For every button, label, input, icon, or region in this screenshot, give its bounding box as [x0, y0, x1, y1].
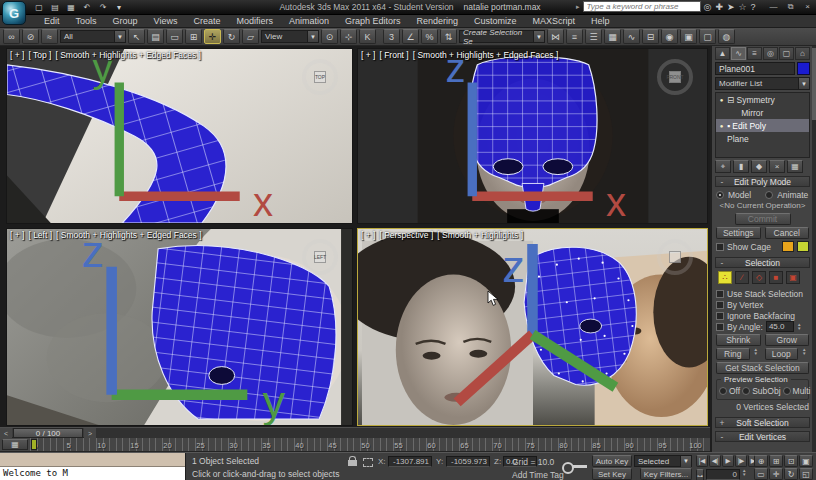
tab-create[interactable]: ▲	[715, 47, 730, 60]
search-input[interactable]	[583, 1, 701, 12]
model-radio[interactable]	[716, 191, 724, 199]
by-angle-field[interactable]: 45.0	[766, 321, 794, 332]
edge-subobject-icon[interactable]: ∕	[735, 271, 749, 284]
ring-spinner[interactable]: ▲▼	[754, 348, 761, 360]
frame-spinner[interactable]: ▲▼	[742, 469, 749, 477]
shrink-button[interactable]: Shrink	[716, 334, 761, 346]
viewport-menu-pov[interactable]: [ Top ]	[28, 50, 51, 60]
spinner-arrows[interactable]: ▲▼	[797, 323, 804, 331]
close-button[interactable]: ×	[801, 1, 814, 12]
search-history-icon[interactable]: ◎	[704, 2, 712, 12]
viewport-menu-pov[interactable]: [ Left ]	[28, 230, 52, 240]
select-and-rotate-icon[interactable]: ↻	[223, 29, 240, 44]
viewport-menu-general[interactable]: [ + ]	[10, 230, 24, 240]
x-coordinate-field[interactable]: -1307.891	[388, 456, 432, 467]
next-frame-arrow[interactable]: >	[84, 428, 96, 438]
make-unique-icon[interactable]: ◆	[751, 160, 767, 173]
preview-off-radio[interactable]: Off	[719, 386, 740, 396]
radio[interactable]	[783, 387, 791, 395]
viewport-menu-general[interactable]: [ + ]	[361, 230, 375, 240]
grow-button[interactable]: Grow	[765, 334, 810, 346]
layer-manager-icon[interactable]: ☰	[585, 29, 602, 44]
loop-button[interactable]: Loop	[765, 348, 799, 360]
render-production-icon[interactable]: ◍	[718, 29, 735, 44]
play-button[interactable]: ▶	[722, 455, 734, 467]
show-cage-checkbox[interactable]	[716, 243, 724, 251]
tab-hierarchy[interactable]: ≡	[747, 47, 762, 60]
modifier-list-dropdown[interactable]: Modifier List▼	[715, 77, 810, 90]
viewport-menu-pov[interactable]: [ Front ]	[379, 50, 408, 60]
add-time-tag[interactable]: Add Time Tag	[512, 470, 564, 480]
menu-tools[interactable]: Tools	[68, 15, 105, 28]
stack-item-symmetry[interactable]: ● ⊟ Symmetry	[716, 93, 809, 106]
angle-snap-icon[interactable]: ∠	[402, 29, 419, 44]
by-vertex-checkbox[interactable]: By Vertex	[716, 299, 809, 310]
viewport-menu-shading[interactable]: [ Smooth + Highlights + Edged Faces ]	[55, 50, 201, 60]
material-editor-icon[interactable]: ◉	[661, 29, 678, 44]
key-mode-toggle-button[interactable]: ⊶	[696, 469, 704, 480]
menu-help[interactable]: Help	[583, 15, 618, 28]
key-filters-button[interactable]: Key Filters...	[640, 468, 692, 480]
window-crossing-toggle-icon[interactable]: ⊞	[185, 29, 202, 44]
tab-display[interactable]: ▢	[779, 47, 794, 60]
preview-multi-radio[interactable]: Multi	[783, 386, 811, 396]
application-menu-button[interactable]: G	[2, 1, 26, 25]
selection-rollout-header[interactable]: - Selection	[715, 257, 810, 268]
favorites-star-icon[interactable]: ☆	[738, 2, 746, 12]
tab-utilities[interactable]: ⌂	[795, 47, 810, 60]
go-to-start-button[interactable]: |◀	[696, 455, 708, 467]
absolute-mode-toggle-icon[interactable]	[363, 458, 373, 467]
commit-button[interactable]: Commit	[735, 213, 791, 225]
cancel-button[interactable]: Cancel	[765, 227, 810, 239]
stack-item-mirror[interactable]: Mirror	[716, 106, 809, 119]
by-angle-checkbox[interactable]	[716, 323, 724, 331]
menu-edit[interactable]: Edit	[36, 15, 68, 28]
menu-rendering[interactable]: Rendering	[409, 15, 467, 28]
time-slider-handle[interactable]: 0 / 100	[13, 428, 83, 438]
viewport-menu-general[interactable]: [ + ]	[361, 50, 375, 60]
time-slider-track[interactable]	[96, 428, 710, 438]
radio[interactable]	[719, 387, 727, 395]
settings-button[interactable]: Settings	[716, 227, 761, 239]
previous-frame-arrow[interactable]: <	[0, 428, 12, 438]
vertex-subobject-icon[interactable]: ∴	[718, 271, 732, 284]
get-stack-selection-button[interactable]: Get Stack Selection	[716, 362, 809, 374]
menu-modifiers[interactable]: Modifiers	[228, 15, 281, 28]
menu-group[interactable]: Group	[105, 15, 146, 28]
remove-modifier-icon[interactable]: ×	[769, 160, 785, 173]
checkbox[interactable]	[716, 290, 724, 298]
select-and-link-icon[interactable]: ∞	[3, 29, 20, 44]
auto-key-button[interactable]: Auto Key	[592, 455, 632, 467]
edit-vertices-rollout[interactable]: - Edit Vertices	[715, 431, 810, 442]
redo-icon[interactable]: ↷	[96, 1, 110, 13]
undo-icon[interactable]: ↶	[80, 1, 94, 13]
zoom-all-icon[interactable]: ⊞	[769, 455, 783, 467]
border-subobject-icon[interactable]: ◇	[752, 271, 766, 284]
mirror-icon[interactable]: ⋈	[547, 29, 564, 44]
object-color-swatch[interactable]	[797, 62, 810, 75]
current-frame-field[interactable]: 0	[706, 469, 740, 480]
reference-coordinate-system-dropdown[interactable]: View▼	[261, 30, 319, 43]
new-scene-icon[interactable]: ▢	[32, 1, 46, 13]
configure-modifier-sets-icon[interactable]: ▦	[787, 160, 803, 173]
help-icon[interactable]: ?	[751, 2, 756, 12]
ignore-backfacing-checkbox[interactable]: Ignore Backfacing	[716, 310, 809, 321]
use-pivot-point-center-icon[interactable]: ⊙	[321, 29, 338, 44]
menu-views[interactable]: Views	[146, 15, 186, 28]
menu-animation[interactable]: Animation	[281, 15, 337, 28]
edit-poly-mode-rollout-header[interactable]: - Edit Poly Mode	[715, 176, 810, 187]
select-and-move-icon[interactable]: ✛	[204, 29, 221, 44]
track-bar[interactable]: ▦ 05101520253035404550556065707580859095…	[0, 438, 710, 452]
listener-macro-line[interactable]	[0, 453, 185, 467]
key-mode-dropdown[interactable]: Selected▼	[634, 455, 692, 467]
render-setup-icon[interactable]: ▣	[680, 29, 697, 44]
open-file-icon[interactable]: ▤	[48, 1, 62, 13]
percent-snap-icon[interactable]: %	[421, 29, 438, 44]
minimize-button[interactable]: —	[767, 1, 780, 12]
show-end-result-icon[interactable]: ▮	[733, 160, 749, 173]
maximize-viewport-icon[interactable]: ◱	[799, 468, 813, 480]
zoom-region-icon[interactable]: ▭	[754, 468, 768, 480]
toolbox-icon[interactable]: ✚	[715, 2, 723, 12]
curve-editor-icon[interactable]: ∿	[623, 29, 640, 44]
align-icon[interactable]: ≡	[566, 29, 583, 44]
